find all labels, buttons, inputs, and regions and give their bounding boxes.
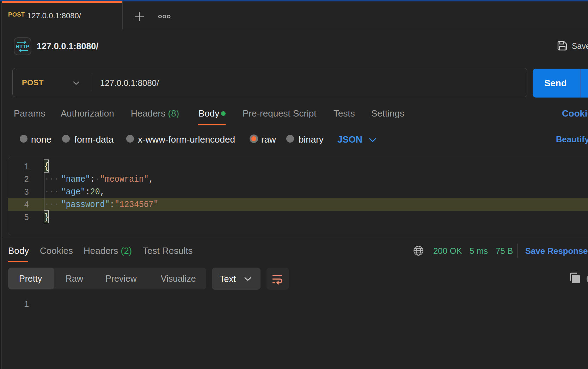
svg-text:HTTP: HTTP: [16, 43, 29, 49]
